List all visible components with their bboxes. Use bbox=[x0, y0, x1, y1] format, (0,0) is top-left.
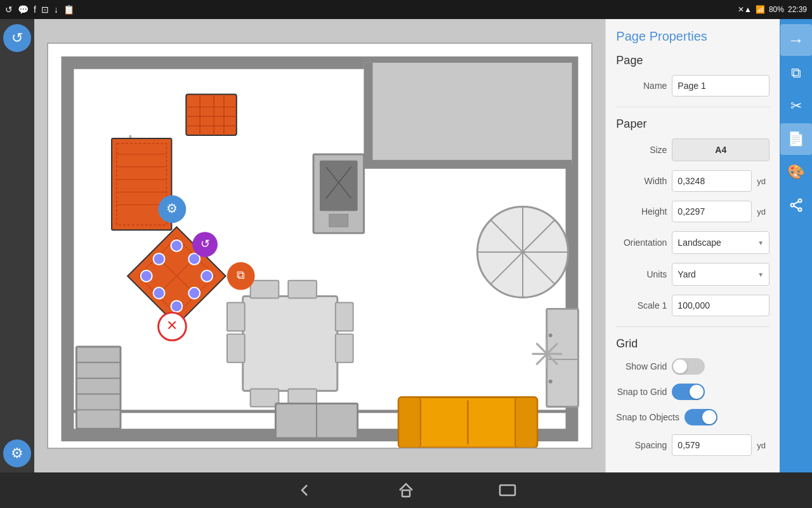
canvas-area[interactable]: ✳ bbox=[34, 19, 605, 472]
svg-point-77 bbox=[798, 208, 801, 211]
spacing-row: Spacing 0,579 yd bbox=[616, 434, 769, 456]
icon-5: ↓ bbox=[54, 4, 58, 15]
panel-title: Page Properties bbox=[616, 29, 769, 44]
svg-point-38 bbox=[154, 253, 165, 265]
height-input[interactable]: 0,2297 bbox=[672, 201, 752, 222]
svg-rect-43 bbox=[251, 281, 279, 298]
section-paper-title: Paper bbox=[616, 117, 769, 131]
svg-point-76 bbox=[798, 199, 801, 203]
show-grid-row: Show Grid bbox=[616, 358, 769, 375]
snap-grid-on-label: I bbox=[699, 388, 701, 396]
snap-objects-knob bbox=[702, 410, 716, 424]
floor-plan-svg: ✳ bbox=[48, 44, 591, 448]
width-input[interactable]: 0,3248 bbox=[672, 170, 752, 192]
svg-text:✕: ✕ bbox=[167, 318, 178, 333]
svg-point-41 bbox=[189, 288, 200, 299]
svg-rect-44 bbox=[289, 281, 317, 298]
units-label: Units bbox=[616, 269, 667, 279]
svg-text:✳: ✳ bbox=[530, 332, 564, 378]
units-select[interactable]: Yard ▼ bbox=[672, 263, 769, 286]
settings-button[interactable]: ⚙ bbox=[3, 439, 31, 467]
snap-grid-toggle[interactable]: I bbox=[672, 384, 705, 400]
size-btn[interactable]: A4 bbox=[672, 138, 769, 161]
scale-row: Scale 1 100,000 bbox=[616, 295, 769, 316]
svg-point-36 bbox=[171, 240, 183, 251]
copy-icon-btn[interactable]: ⧉ bbox=[780, 57, 812, 89]
status-bar: ↺ 💬 f ⊡ ↓ 📋 ✕▲ 📶 80% 22:39 bbox=[0, 0, 812, 19]
divider-1 bbox=[616, 107, 769, 107]
svg-rect-42 bbox=[243, 297, 337, 391]
svg-rect-55 bbox=[399, 398, 421, 448]
svg-rect-21 bbox=[320, 161, 358, 211]
height-label: Height bbox=[616, 206, 667, 217]
orientation-select[interactable]: Landscape ▼ bbox=[672, 231, 769, 254]
page-icon-btn[interactable]: 📄 bbox=[780, 123, 812, 155]
svg-point-37 bbox=[171, 300, 183, 312]
svg-rect-48 bbox=[227, 334, 245, 363]
scale-input[interactable]: 100,000 bbox=[672, 295, 769, 316]
share-icon-btn[interactable] bbox=[780, 189, 812, 221]
main-area: ↺ ⚙ ✳ bbox=[0, 19, 812, 472]
status-left-icons: ↺ 💬 f ⊡ ↓ 📋 bbox=[5, 4, 74, 15]
svg-rect-24 bbox=[329, 214, 348, 227]
windows-nav-button[interactable] bbox=[495, 478, 520, 503]
name-input[interactable]: Page 1 bbox=[672, 75, 769, 97]
svg-line-79 bbox=[794, 206, 798, 208]
svg-rect-81 bbox=[500, 485, 515, 495]
show-grid-knob bbox=[673, 359, 687, 373]
size-label: Size bbox=[616, 145, 667, 155]
height-row: Height 0,2297 yd bbox=[616, 201, 769, 222]
orientation-row: Orientation Landscape ▼ bbox=[616, 231, 769, 254]
snap-grid-row: Snap to Grid I bbox=[616, 384, 769, 400]
left-toolbar: ↺ ⚙ bbox=[0, 19, 34, 472]
signal-icon: ✕▲ bbox=[738, 5, 752, 14]
width-unit: yd bbox=[757, 177, 769, 186]
spacing-unit: yd bbox=[757, 441, 769, 450]
snap-grid-label: Snap to Grid bbox=[616, 387, 667, 397]
home-nav-button[interactable] bbox=[393, 478, 419, 503]
palette-icon-btn[interactable]: 🎨 bbox=[780, 156, 812, 188]
bottom-nav bbox=[0, 472, 812, 508]
svg-text:⧉: ⧉ bbox=[237, 269, 246, 281]
svg-rect-56 bbox=[515, 398, 537, 448]
width-row: Width 0,3248 yd bbox=[616, 170, 769, 192]
show-grid-label: Show Grid bbox=[616, 361, 667, 371]
snap-objects-label: Snap to Objects bbox=[616, 412, 679, 422]
icon-6: 📋 bbox=[63, 4, 74, 15]
svg-rect-49 bbox=[336, 302, 353, 331]
icon-4: ⊡ bbox=[41, 4, 49, 15]
svg-rect-4 bbox=[364, 160, 572, 169]
svg-text:↺: ↺ bbox=[200, 237, 210, 250]
snap-objects-on-label: I bbox=[712, 413, 714, 421]
width-label: Width bbox=[616, 176, 667, 186]
right-icon-bar: → ⧉ ✂ 📄 🎨 bbox=[780, 19, 812, 472]
wifi-icon: 📶 bbox=[756, 5, 765, 14]
svg-rect-50 bbox=[336, 334, 353, 363]
show-grid-toggle[interactable] bbox=[672, 358, 705, 375]
snap-objects-toggle[interactable]: I bbox=[684, 409, 717, 425]
floor-plan[interactable]: ✳ bbox=[47, 43, 593, 449]
scale-label: Scale 1 bbox=[616, 300, 667, 311]
svg-rect-57 bbox=[77, 347, 121, 429]
svg-rect-80 bbox=[402, 490, 410, 497]
back-button[interactable]: ↺ bbox=[3, 24, 31, 52]
spacing-label: Spacing bbox=[616, 440, 667, 450]
svg-line-78 bbox=[794, 201, 798, 204]
tools-icon-btn[interactable]: ✂ bbox=[780, 90, 812, 122]
spacing-input[interactable]: 0,579 bbox=[672, 434, 752, 456]
size-row: Size A4 bbox=[616, 138, 769, 161]
height-unit: yd bbox=[757, 207, 769, 217]
svg-text:⚙: ⚙ bbox=[167, 201, 178, 215]
orientation-arrow: ▼ bbox=[757, 239, 764, 246]
units-arrow: ▼ bbox=[757, 271, 764, 278]
export-icon-btn[interactable]: → bbox=[780, 24, 812, 56]
battery-indicator: 80% bbox=[769, 5, 784, 14]
svg-point-35 bbox=[202, 271, 213, 282]
back-nav-button[interactable] bbox=[292, 478, 317, 503]
section-grid-title: Grid bbox=[616, 337, 769, 351]
icon-3: f bbox=[34, 4, 36, 15]
snap-grid-knob bbox=[690, 385, 704, 399]
name-row: Name Page 1 bbox=[616, 75, 769, 97]
svg-rect-47 bbox=[227, 302, 245, 331]
icon-2: 💬 bbox=[18, 4, 29, 15]
